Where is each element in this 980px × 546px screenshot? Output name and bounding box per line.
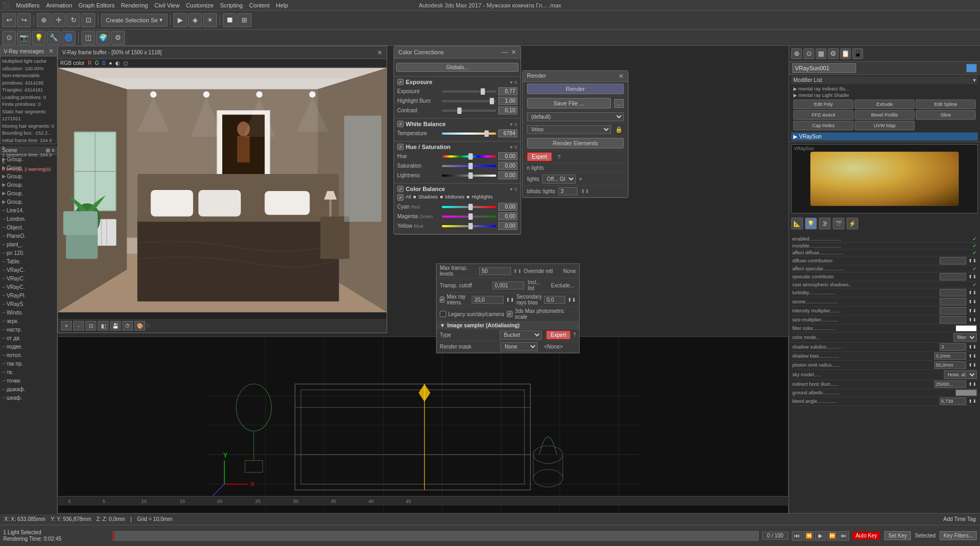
rs-3dsmax-checkbox[interactable]: ✓ bbox=[507, 311, 513, 317]
env-btn[interactable]: 🌍 bbox=[96, 31, 110, 45]
edit-spline-btn[interactable]: Edit Spline bbox=[916, 100, 976, 109]
rt-btn2[interactable]: ⊙ bbox=[803, 48, 814, 59]
vfb-save[interactable]: 💾 bbox=[110, 321, 121, 330]
intensity-input[interactable] bbox=[940, 307, 966, 315]
rs-toggle-icon[interactable]: ▼ bbox=[440, 322, 445, 328]
cc-contrast-value[interactable]: 0.10 bbox=[498, 106, 517, 114]
vfb-color-correct[interactable]: 🎨 bbox=[135, 321, 145, 330]
scene-item-group4[interactable]: ▶Group. bbox=[0, 180, 57, 189]
cc-globals-button[interactable]: Globals... bbox=[396, 63, 518, 72]
object-name-input[interactable] bbox=[792, 63, 856, 73]
uvw-map-btn[interactable]: UVW Map bbox=[855, 121, 915, 130]
rd-expert-button[interactable]: Expert bbox=[527, 152, 552, 161]
cc-cb-checkbox[interactable]: ✓ bbox=[397, 186, 404, 192]
rs-legacy-checkbox[interactable] bbox=[440, 311, 446, 317]
cc-magenta-slider[interactable] bbox=[442, 213, 496, 220]
set-key-btn[interactable]: Set Key bbox=[884, 531, 910, 540]
vfb-zoom-out[interactable]: - bbox=[73, 321, 84, 330]
cc-all-checkbox[interactable]: ✓ bbox=[397, 194, 404, 201]
rotate-btn[interactable]: ↻ bbox=[66, 13, 80, 27]
space-warp-btn[interactable]: 🌀 bbox=[62, 31, 76, 45]
redo-button[interactable]: ↪ bbox=[17, 13, 31, 27]
rd-question-icon[interactable]: ? bbox=[557, 154, 560, 160]
cc-temp-value[interactable]: 6784 bbox=[498, 129, 517, 137]
fb-btn1[interactable]: ● bbox=[109, 60, 112, 66]
color-g-btn[interactable]: G bbox=[95, 60, 99, 66]
scene-item-shkaf[interactable]: ─шкаф. bbox=[0, 393, 57, 402]
props-icon-general[interactable]: 📐 bbox=[791, 218, 803, 229]
snap-btn[interactable]: 🔲 bbox=[223, 13, 237, 27]
menu-scripting[interactable]: Scripting bbox=[220, 2, 243, 9]
key-filters-btn[interactable]: Key Filters... bbox=[940, 531, 977, 540]
prev-frame-btn[interactable]: ⏮ bbox=[792, 531, 802, 541]
rs-max-ray-input[interactable] bbox=[472, 296, 504, 304]
fb-btn3[interactable]: ◻ bbox=[123, 60, 128, 66]
scene-item-plane[interactable]: ─PlaneO. bbox=[0, 231, 57, 240]
vray-fb-close[interactable]: ✕ bbox=[377, 49, 382, 56]
cc-highlight-slider[interactable] bbox=[442, 98, 496, 104]
diffuse-contrib-input[interactable] bbox=[940, 257, 966, 264]
scene-item-vrayc2[interactable]: ─VRayC. bbox=[0, 274, 57, 283]
rs-max-ray-arrows[interactable]: ⬆⬇ bbox=[506, 297, 514, 303]
vraysun-modifier-item[interactable]: ▶ VRaySun bbox=[791, 133, 978, 140]
cc-cyan-value[interactable]: 0.00 bbox=[498, 203, 517, 211]
edit-poly-btn[interactable]: Edit Poly bbox=[793, 100, 853, 109]
prev-key-btn[interactable]: ⏪ bbox=[803, 531, 814, 541]
rd-close-btn[interactable]: ✕ bbox=[618, 72, 624, 80]
cc-minimize-btn[interactable]: — bbox=[501, 48, 508, 56]
rs-max-transp-input[interactable] bbox=[479, 267, 511, 275]
rt-btn4[interactable]: ⚙ bbox=[828, 48, 839, 59]
cc-contrast-slider[interactable] bbox=[442, 107, 496, 114]
sky-model-dropdown[interactable]: Hose. al. bbox=[944, 370, 977, 379]
cc-wb-checkbox[interactable]: ✓ bbox=[397, 121, 404, 127]
timeline-track[interactable] bbox=[113, 531, 759, 541]
rs-incl-btn[interactable]: Incl... list bbox=[526, 279, 547, 291]
props-icon-rendering[interactable]: 🎬 bbox=[833, 218, 844, 229]
rd-render-elements-button[interactable]: Render Elements bbox=[527, 138, 624, 148]
align-btn[interactable]: ⊞ bbox=[238, 13, 252, 27]
blend-angle-arrows[interactable]: ⬆⬇ bbox=[968, 399, 977, 404]
filter-color-swatch[interactable] bbox=[956, 325, 977, 332]
helper-btn[interactable]: 🔧 bbox=[47, 31, 61, 45]
vfb-history[interactable]: ⏱ bbox=[122, 321, 133, 330]
cc-lightness-value[interactable]: 0.00 bbox=[498, 171, 517, 179]
cc-cyan-slider[interactable] bbox=[442, 204, 496, 210]
light2-btn[interactable]: 💡 bbox=[32, 31, 46, 45]
menu-customize[interactable]: Customize bbox=[186, 2, 214, 9]
scene-item-object[interactable]: ─Object. bbox=[0, 223, 57, 231]
scene-item-line14[interactable]: ─Line14. bbox=[0, 206, 57, 214]
cc-yellow-value[interactable]: 0.00 bbox=[498, 222, 517, 230]
menu-help[interactable]: Help bbox=[276, 2, 288, 9]
bevel-profile-btn[interactable]: Bevel Profile bbox=[855, 110, 915, 120]
cc-magenta-value[interactable]: 0.00 bbox=[498, 212, 517, 220]
indirect-horiz-arrows[interactable]: ⬆⬇ bbox=[968, 382, 977, 387]
scene-item-london[interactable]: ─London. bbox=[0, 214, 57, 223]
slice-btn[interactable]: Slice bbox=[916, 110, 976, 120]
menu-rendering[interactable]: Rendering bbox=[121, 2, 148, 9]
photon-radius-input[interactable] bbox=[934, 361, 966, 369]
rt-btn3[interactable]: ▦ bbox=[816, 48, 826, 59]
rs-transp-cutoff-input[interactable] bbox=[492, 282, 524, 289]
scene-item-nastr[interactable]: ─настр. bbox=[0, 325, 57, 334]
scene-item-vraypl[interactable]: ─VRayPl. bbox=[0, 291, 57, 300]
vray-close-button[interactable]: ✕ bbox=[48, 47, 54, 55]
move-btn[interactable]: ✛ bbox=[52, 13, 65, 27]
cc-exposure-collapse[interactable]: ▾ ≡ bbox=[510, 79, 517, 85]
scene-item-pn120[interactable]: ─pn 120. bbox=[0, 249, 57, 257]
size-input[interactable] bbox=[940, 316, 966, 324]
cc-highlight-value[interactable]: 1.00 bbox=[498, 97, 517, 105]
turbidity-arrows[interactable]: ⬆⬇ bbox=[968, 290, 977, 295]
rs-max-ray-checkbox[interactable]: ✓ bbox=[440, 296, 445, 303]
mental-ray-item-1[interactable]: ▶ mental ray Indirect Illu... bbox=[791, 86, 978, 92]
frame-counter[interactable]: 0 / 100 bbox=[762, 532, 789, 540]
scene-item-plant[interactable]: ─plant_. bbox=[0, 240, 57, 249]
menu-content[interactable]: Content bbox=[249, 2, 270, 9]
cc-yellow-slider[interactable] bbox=[442, 223, 496, 229]
color-mode-dropdown[interactable]: filter bbox=[953, 333, 977, 342]
scene-item-podve[interactable]: ─подве. bbox=[0, 342, 57, 351]
rd-lights-off-dropdown[interactable]: Off... GI bbox=[542, 175, 576, 184]
scene-item-takpr[interactable]: ─так пр. bbox=[0, 359, 57, 368]
cc-hue-slider[interactable] bbox=[442, 153, 496, 160]
scene-item-tochki[interactable]: ─точки. bbox=[0, 376, 57, 385]
scene-item-potol[interactable]: ─потол. bbox=[0, 351, 57, 359]
